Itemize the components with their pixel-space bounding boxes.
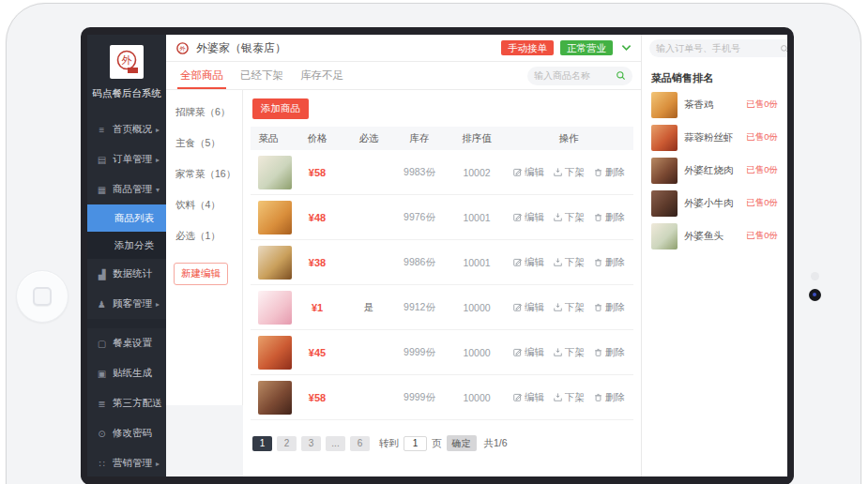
tab-label: 已经下架 — [240, 69, 283, 81]
sidebar-item[interactable]: ▣ 贴纸生成 — [87, 358, 166, 388]
page-button[interactable]: 6 — [350, 436, 370, 451]
page-button[interactable]: 3 — [301, 436, 321, 451]
search-icon[interactable] — [780, 44, 787, 53]
order-search-input[interactable] — [656, 43, 780, 53]
status-dropdown-button[interactable] — [619, 44, 633, 52]
system-title: 码点餐后台系统 — [87, 87, 166, 100]
delete-button[interactable]: 删除 — [593, 391, 625, 404]
edit-button[interactable]: 编辑 — [512, 256, 544, 269]
trash-icon — [593, 257, 603, 267]
table-row: 茶香鸡 ¥48 9976份 10001 — [251, 195, 633, 240]
sidebar-item-label: 顾客管理 — [108, 297, 156, 310]
ranking-title: 菜品销售排名 — [651, 71, 778, 85]
sidebar-item-label: 订单管理 — [108, 153, 156, 166]
sidebar: 外 码点餐后台系统 ≡ 首页概况 ▸ — [87, 35, 166, 476]
product-table: 菜品 价格 必选 库存 排序值 操作 — [251, 127, 633, 420]
sidebar-item[interactable]: ▤ 订单管理 ▸ — [87, 144, 166, 174]
page-button[interactable]: 1 — [252, 436, 272, 451]
customer-management-icon: ♟ — [96, 299, 108, 310]
sidebar-item[interactable]: ∷ 营销管理 ▸ — [87, 448, 166, 476]
goto-label: 转到 — [379, 437, 399, 450]
table-header: 菜品 价格 必选 库存 排序值 操作 — [251, 127, 633, 150]
sidebar-item-label: 修改密码 — [108, 427, 160, 440]
header-required: 必选 — [348, 132, 389, 145]
offshelf-button[interactable]: 下架 — [553, 391, 585, 404]
product-search-input[interactable] — [534, 70, 616, 81]
dish-sort-value: 10000 — [449, 302, 504, 313]
third-party-delivery-icon: ≣ — [96, 399, 108, 409]
stage: 外 码点餐后台系统 ≡ 首页概况 ▸ — [0, 0, 868, 484]
sidebar-item[interactable]: ♟ 顾客管理 ▸ — [87, 289, 166, 319]
edit-button[interactable]: 编辑 — [512, 346, 544, 359]
search-icon[interactable] — [616, 70, 626, 81]
product-search — [527, 67, 632, 85]
category-item[interactable]: 招牌菜（6） — [166, 97, 242, 128]
ranking-item: 茶香鸡 已售0份 — [642, 88, 787, 121]
edit-button[interactable]: 编辑 — [512, 166, 544, 179]
ranking-dish-name: 外婆鱼头 — [684, 230, 739, 243]
category-item[interactable]: 必选（1） — [166, 220, 242, 251]
trash-icon — [593, 347, 603, 357]
offshelf-button[interactable]: 下架 — [553, 346, 585, 359]
category-item[interactable]: 饮料（4） — [166, 189, 242, 220]
dish-photo — [651, 125, 678, 151]
sidebar-subitem[interactable]: 添加分类 — [87, 232, 166, 259]
dish-stock: 9983份 — [389, 166, 449, 179]
dish-sort-value: 10001 — [449, 212, 504, 223]
product-tab[interactable]: 库存不足 — [297, 62, 346, 89]
add-product-button[interactable]: 添加商品 — [252, 98, 309, 119]
sidebar-item[interactable]: ▦ 商品管理 ▾ — [87, 174, 166, 204]
business-status-button[interactable]: 正常营业 — [560, 40, 613, 56]
goto-page-input[interactable] — [404, 436, 427, 451]
order-management-icon: ▤ — [96, 155, 108, 165]
dish-photo — [651, 223, 678, 250]
sidebar-item[interactable]: ⊙ 修改密码 — [87, 418, 166, 448]
new-edit-button[interactable]: 新建编辑 — [174, 263, 228, 285]
tablet-screen: 外 码点餐后台系统 ≡ 首页概况 ▸ — [81, 27, 794, 484]
product-management-icon: ▦ — [96, 185, 108, 195]
sales-ranking-panel: 菜品销售排名 茶香鸡 已售0份 蒜蓉粉丝虾 — [642, 35, 787, 476]
sidebar-item-label: 数据统计 — [108, 267, 160, 280]
offshelf-button[interactable]: 下架 — [553, 211, 585, 224]
sidebar-item[interactable]: ≣ 第三方配送 — [87, 388, 166, 418]
camera-lens — [809, 289, 821, 301]
category-item[interactable]: 主食（5） — [166, 128, 242, 159]
dish-stock: 9986份 — [389, 256, 449, 269]
header-stock: 库存 — [389, 132, 449, 145]
edit-button[interactable]: 编辑 — [512, 211, 544, 224]
header-sort: 排序值 — [449, 132, 504, 145]
offshelf-button[interactable]: 下架 — [553, 256, 585, 269]
sidebar-item[interactable]: ≡ 首页概况 ▸ — [87, 114, 166, 144]
dish-sort-value: 10001 — [449, 257, 504, 268]
statistics-icon: ▟ — [96, 269, 108, 280]
page-button[interactable]: ... — [326, 436, 345, 451]
edit-button[interactable]: 编辑 — [512, 391, 544, 404]
table-row: 外婆鱼头 ¥58 9983份 10002 — [251, 150, 633, 195]
ranking-dish-name: 蒜蓉粉丝虾 — [684, 131, 739, 144]
delete-button[interactable]: 删除 — [593, 346, 625, 359]
page-button[interactable]: 2 — [277, 436, 297, 451]
home-button[interactable] — [16, 270, 69, 323]
sidebar-subitem-label: 商品列表 — [114, 212, 154, 223]
sidebar-item[interactable]: ▟ 数据统计 — [87, 259, 166, 289]
goto-confirm-button[interactable]: 确定 — [447, 435, 477, 451]
delete-button[interactable]: 删除 — [593, 166, 625, 179]
delete-button[interactable]: 删除 — [593, 301, 625, 314]
offshelf-button[interactable]: 下架 — [553, 301, 585, 314]
product-tab[interactable]: 已经下架 — [237, 62, 286, 89]
category-item[interactable]: 家常菜（16） — [166, 159, 242, 189]
sidebar-item-label: 营销管理 — [108, 457, 156, 470]
edit-button[interactable]: 编辑 — [512, 301, 544, 314]
offshelf-button[interactable]: 下架 — [553, 166, 585, 179]
sidebar-item[interactable]: ▢ 餐桌设置 — [87, 328, 166, 358]
waipojia-logo-icon: 外 — [113, 48, 141, 76]
sidebar-subitem[interactable]: 商品列表 — [87, 204, 166, 232]
tab-label: 全部商品 — [180, 69, 223, 81]
dish-sort-value: 10000 — [449, 347, 504, 358]
edit-icon — [512, 212, 523, 222]
product-tab[interactable]: 全部商品 — [177, 62, 226, 89]
delete-button[interactable]: 删除 — [593, 256, 625, 269]
delete-button[interactable]: 删除 — [593, 211, 625, 224]
sidebar-item-label: 贴纸生成 — [108, 367, 160, 380]
manual-accept-order-button[interactable]: 手动接单 — [501, 40, 554, 56]
